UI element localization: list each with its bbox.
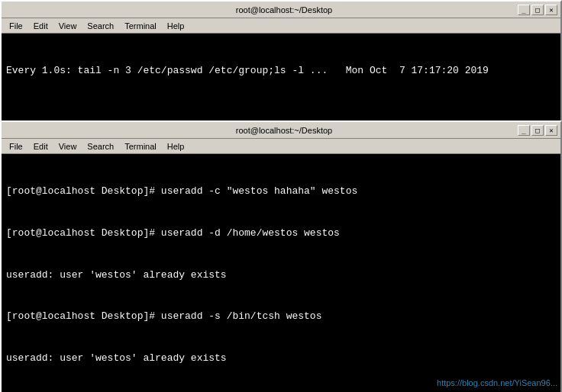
top-maximize-button[interactable]: □ bbox=[531, 5, 544, 15]
top-menu-help[interactable]: Help bbox=[163, 21, 189, 31]
top-menu-edit[interactable]: Edit bbox=[29, 21, 53, 31]
cmd-line2: [root@localhost Desktop]# useradd -d /ho… bbox=[6, 227, 556, 240]
watermark: https://blog.csdn.net/YiSean96... bbox=[437, 378, 557, 387]
top-close-button[interactable]: ✕ bbox=[545, 5, 557, 15]
cmd-line3: useradd: user 'westos' already exists bbox=[6, 268, 556, 282]
top-terminal-menubar: File Edit View Search Terminal Help bbox=[2, 18, 560, 34]
bottom-terminal-title: root@localhost:~/Desktop bbox=[50, 126, 518, 135]
bottom-terminal: root@localhost:~/Desktop _ □ ✕ File Edit… bbox=[0, 120, 562, 392]
bottom-menu-help[interactable]: Help bbox=[163, 141, 189, 152]
top-terminal-titlebar: root@localhost:~/Desktop _ □ ✕ bbox=[2, 2, 560, 18]
bottom-menu-terminal[interactable]: Terminal bbox=[120, 141, 161, 152]
bottom-terminal-menubar: File Edit View Search Terminal Help bbox=[2, 139, 560, 154]
cmd-line4: [root@localhost Desktop]# useradd -s /bi… bbox=[6, 310, 556, 323]
bottom-close-button[interactable]: ✕ bbox=[545, 125, 557, 136]
bottom-terminal-content: [root@localhost Desktop]# useradd -c "we… bbox=[2, 154, 560, 392]
top-menu-view[interactable]: View bbox=[54, 21, 82, 31]
top-terminal-title: root@localhost:~/Desktop bbox=[50, 5, 518, 14]
top-menu-search[interactable]: Search bbox=[82, 21, 118, 31]
cmd-line1: [root@localhost Desktop]# useradd -c "we… bbox=[6, 185, 556, 198]
bottom-terminal-buttons: _ □ ✕ bbox=[518, 125, 557, 136]
status-line: Every 1.0s: tail -n 3 /etc/passwd /etc/g… bbox=[6, 64, 556, 78]
top-menu-file[interactable]: File bbox=[5, 21, 27, 31]
top-minimize-button[interactable]: _ bbox=[518, 5, 530, 15]
top-menu-terminal[interactable]: Terminal bbox=[120, 21, 161, 31]
bottom-maximize-button[interactable]: □ bbox=[531, 125, 544, 136]
cmd-line5: useradd: user 'westos' already exists bbox=[6, 352, 556, 365]
blank-line bbox=[6, 106, 556, 120]
bottom-terminal-titlebar: root@localhost:~/Desktop _ □ ✕ bbox=[2, 122, 560, 139]
bottom-minimize-button[interactable]: _ bbox=[518, 125, 530, 136]
bottom-menu-edit[interactable]: Edit bbox=[29, 141, 53, 152]
bottom-menu-file[interactable]: File bbox=[5, 141, 27, 152]
bottom-menu-view[interactable]: View bbox=[54, 141, 82, 152]
top-terminal-buttons: _ □ ✕ bbox=[518, 5, 557, 15]
bottom-menu-search[interactable]: Search bbox=[82, 141, 118, 152]
